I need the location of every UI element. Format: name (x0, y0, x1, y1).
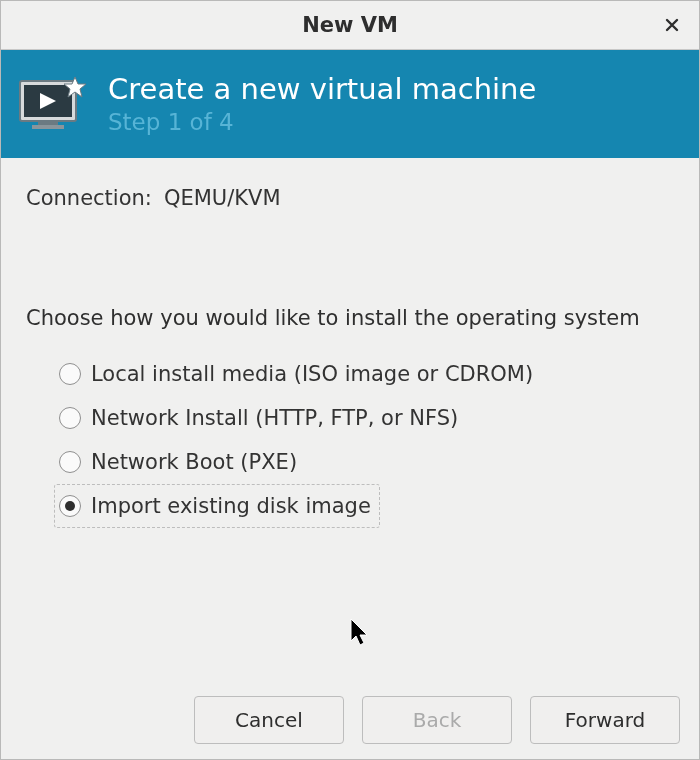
forward-button[interactable]: Forward (530, 696, 680, 744)
wizard-content: Connection: QEMU/KVM Choose how you woul… (0, 158, 700, 528)
wizard-title: Create a new virtual machine (108, 73, 536, 106)
radio-indicator-icon (59, 451, 81, 473)
svg-rect-4 (32, 125, 64, 129)
wizard-button-bar: Cancel Back Forward (0, 696, 700, 744)
wizard-header: Create a new virtual machine Step 1 of 4 (0, 50, 700, 158)
radio-label: Import existing disk image (91, 494, 371, 518)
vm-create-icon (16, 67, 90, 141)
radio-indicator-icon (59, 495, 81, 517)
install-prompt: Choose how you would like to install the… (26, 306, 674, 330)
svg-rect-3 (38, 121, 58, 125)
radio-network-install[interactable]: Network Install (HTTP, FTP, or NFS) (54, 396, 467, 440)
install-method-group: Local install media (ISO image or CDROM)… (26, 352, 674, 528)
back-button[interactable]: Back (362, 696, 512, 744)
radio-import-disk[interactable]: Import existing disk image (54, 484, 380, 528)
radio-label: Network Install (HTTP, FTP, or NFS) (91, 406, 458, 430)
close-button[interactable] (658, 11, 686, 39)
cancel-button[interactable]: Cancel (194, 696, 344, 744)
radio-indicator-icon (59, 363, 81, 385)
connection-value: QEMU/KVM (164, 186, 281, 210)
radio-label: Network Boot (PXE) (91, 450, 297, 474)
radio-local-media[interactable]: Local install media (ISO image or CDROM) (54, 352, 542, 396)
radio-label: Local install media (ISO image or CDROM) (91, 362, 533, 386)
svg-marker-5 (351, 619, 367, 645)
wizard-step-label: Step 1 of 4 (108, 109, 536, 135)
connection-label: Connection: (26, 186, 152, 210)
radio-indicator-icon (59, 407, 81, 429)
window-title: New VM (302, 13, 398, 37)
radio-network-boot[interactable]: Network Boot (PXE) (54, 440, 306, 484)
mouse-cursor-icon (350, 618, 372, 648)
close-icon (664, 17, 680, 33)
titlebar: New VM (0, 0, 700, 50)
connection-row: Connection: QEMU/KVM (26, 186, 674, 210)
